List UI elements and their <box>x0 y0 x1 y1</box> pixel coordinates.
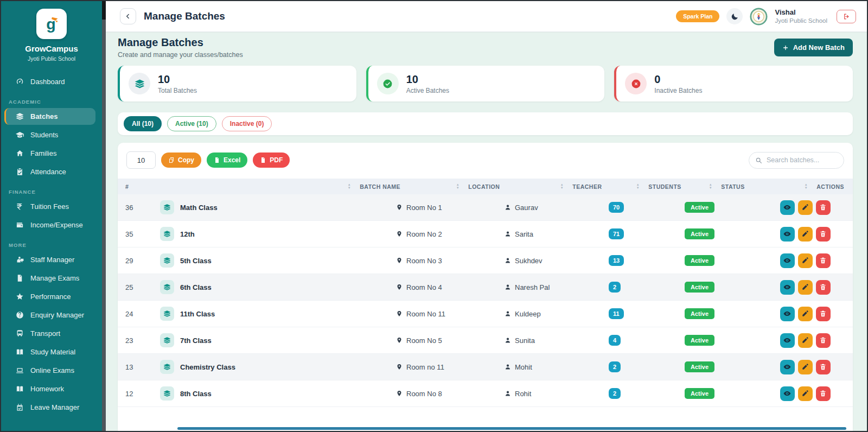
delete-button[interactable] <box>816 253 831 268</box>
students-count-badge: 71 <box>609 228 624 239</box>
delete-button[interactable] <box>816 386 831 401</box>
plan-badge[interactable]: Spark Plan <box>676 10 719 22</box>
delete-button[interactable] <box>816 307 831 321</box>
column-header-students[interactable]: STUDENTS ▲▼ <box>648 183 721 190</box>
delete-button[interactable] <box>816 333 831 348</box>
edit-button[interactable] <box>798 200 813 215</box>
horizontal-scrollbar[interactable] <box>177 427 846 430</box>
filter-tab-all-10[interactable]: All (10) <box>124 116 162 131</box>
table-row: 35 12th Room No 2 Sarita <box>118 221 853 247</box>
view-button[interactable] <box>780 360 795 374</box>
column-header-location[interactable]: LOCATION ▲▼ <box>468 183 572 190</box>
plus-icon <box>782 45 789 51</box>
view-button[interactable] <box>780 280 795 295</box>
filter-tab-active-10[interactable]: Active (10) <box>167 116 216 131</box>
sidebar-item-leave-manager[interactable]: Leave Manager <box>4 399 95 416</box>
stat-label: Total Batches <box>158 87 197 94</box>
dark-mode-toggle[interactable] <box>726 8 743 24</box>
sidebar-item-income-expense[interactable]: Income/Expense <box>4 217 95 233</box>
sort-icon[interactable]: ▲▼ <box>560 183 564 189</box>
sidebar-item-study-material[interactable]: Study Material <box>4 344 95 360</box>
view-button[interactable] <box>780 227 795 242</box>
edit-button[interactable] <box>798 333 813 348</box>
back-button[interactable] <box>120 8 136 24</box>
person-icon <box>505 284 511 290</box>
status-badge: Active <box>685 308 714 319</box>
status-badge: Active <box>685 255 714 266</box>
column-header-status[interactable]: STATUS ▲▼ <box>721 183 816 190</box>
dashboard-icon <box>16 78 24 86</box>
pdf-export-button[interactable]: PDF <box>253 153 290 168</box>
view-button[interactable] <box>780 200 795 215</box>
sidebar-item-batches[interactable]: Batches <box>4 108 95 125</box>
x-circle-icon <box>625 73 647 94</box>
delete-button[interactable] <box>816 227 831 242</box>
edit-icon <box>801 257 809 264</box>
sidebar-item-transport[interactable]: Transport <box>4 325 95 342</box>
column-header-teacher[interactable]: TEACHER ▲▼ <box>572 183 648 190</box>
delete-button[interactable] <box>816 200 831 215</box>
sort-icon[interactable]: ▲▼ <box>709 183 712 189</box>
edit-button[interactable] <box>798 386 813 401</box>
copy-button[interactable]: Copy <box>161 153 201 168</box>
sort-icon[interactable]: ▲▼ <box>348 183 351 189</box>
sidebar-item-performance[interactable]: Performance <box>4 288 95 305</box>
nav-section: Dashboard <box>1 73 102 90</box>
add-new-batch-button[interactable]: Add New Batch <box>774 39 853 56</box>
sidebar-item-online-exams[interactable]: Online Exams <box>4 362 95 379</box>
edit-button[interactable] <box>798 227 813 242</box>
sidebar-item-enquiry-manager[interactable]: Enquiry Manager <box>4 307 95 323</box>
sort-icon[interactable]: ▲▼ <box>456 183 459 189</box>
pin-icon <box>396 284 403 290</box>
sidebar-scrollbar[interactable] <box>102 1 106 431</box>
column-header-batch-name[interactable]: BATCH NAME ▲▼ <box>360 183 468 190</box>
cell-batch-name: 7th Class <box>160 333 396 347</box>
cell-students: 11 <box>609 308 685 319</box>
sort-icon[interactable]: ▲▼ <box>636 183 640 189</box>
excel-export-button[interactable]: Excel <box>207 153 247 168</box>
cell-id: 12 <box>125 390 160 398</box>
view-button[interactable] <box>780 333 795 348</box>
column-header-actions[interactable]: ACTIONS ▲▼ <box>816 183 853 190</box>
top-header-bar: Manage Batches Spark Plan <box>106 1 867 32</box>
search-input[interactable] <box>765 156 838 164</box>
sidebar-item-staff-manager[interactable]: Staff Manager <box>4 251 95 268</box>
sidebar-item-tuition-fees[interactable]: Tuition Fees <box>4 198 95 215</box>
sidebar-item-dashboard[interactable]: Dashboard <box>4 73 95 90</box>
cell-id: 13 <box>125 363 160 371</box>
cell-batch-name: 11th Class <box>160 307 396 321</box>
cell-teacher: Gaurav <box>505 204 609 212</box>
scrollbar-thumb[interactable] <box>102 1 106 20</box>
sort-icon[interactable]: ▲▼ <box>805 183 808 189</box>
avatar[interactable] <box>750 8 768 26</box>
view-button[interactable] <box>780 253 795 268</box>
sidebar-item-homework[interactable]: Homework <box>4 380 95 397</box>
stat-value: 10 <box>158 73 197 86</box>
stat-label: Inactive Batches <box>654 87 702 94</box>
filter-tab-inactive-0[interactable]: Inactive (0) <box>222 116 272 131</box>
edit-button[interactable] <box>798 280 813 295</box>
edit-button[interactable] <box>798 307 813 321</box>
view-button[interactable] <box>780 307 795 321</box>
sidebar-item-families[interactable]: Families <box>4 145 95 162</box>
edit-button[interactable] <box>798 360 813 374</box>
edit-button[interactable] <box>798 253 813 268</box>
table-toolbar: Copy Excel PDF <box>118 143 853 176</box>
sidebar-item-manage-exams[interactable]: Manage Exams <box>4 270 95 287</box>
home-icon <box>16 149 24 157</box>
moon-icon <box>731 12 739 21</box>
rupee-icon <box>16 202 24 211</box>
cell-teacher: Sunita <box>505 336 609 345</box>
column-header[interactable]: # ▲▼ <box>125 183 360 190</box>
cell-actions <box>757 307 853 321</box>
logout-button[interactable] <box>837 10 856 23</box>
file-icon <box>16 274 24 282</box>
sidebar-item-attendance[interactable]: Attendance <box>4 163 95 180</box>
page-size-input[interactable] <box>126 151 156 169</box>
sidebar-item-label: Performance <box>30 293 71 301</box>
delete-button[interactable] <box>816 280 831 295</box>
sidebar-item-label: Families <box>30 149 56 157</box>
delete-button[interactable] <box>816 360 831 374</box>
sidebar-item-students[interactable]: Students <box>4 126 95 143</box>
view-button[interactable] <box>780 386 795 401</box>
